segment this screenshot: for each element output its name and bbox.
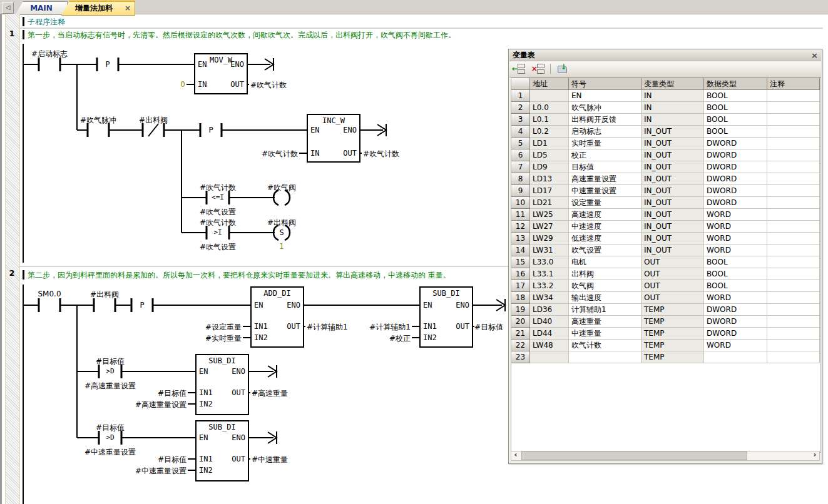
- instruction-box-sub2[interactable]: SUB_DI EN ENO IN1 OUT IN2: [195, 354, 249, 415]
- vartable-cell[interactable]: TEMP: [641, 328, 704, 340]
- contact-operand[interactable]: #出料阀: [67, 290, 142, 300]
- vartable-cell[interactable]: OUT: [641, 292, 704, 304]
- scrollbar-thumb[interactable]: [521, 451, 747, 460]
- vartable-cell[interactable]: DWORD: [704, 138, 767, 149]
- vartable-cell[interactable]: IN_OUT: [641, 173, 704, 185]
- vartable-cell[interactable]: LW27: [530, 221, 569, 233]
- row-number-cell[interactable]: 23: [511, 351, 530, 363]
- vartable-cell[interactable]: IN_OUT: [641, 149, 704, 161]
- vartable-cell[interactable]: DWORD: [704, 316, 767, 328]
- compare-top-operand[interactable]: #目标值: [73, 423, 148, 433]
- delete-row-button[interactable]: ×: [531, 63, 545, 74]
- row-number-cell[interactable]: 13: [511, 233, 530, 244]
- vartable-cell[interactable]: WORD: [704, 340, 767, 351]
- row-number-cell[interactable]: 6: [511, 149, 530, 161]
- row-number-cell[interactable]: 12: [511, 221, 530, 233]
- vartable-cell[interactable]: BOOL: [704, 256, 767, 268]
- row-number-cell[interactable]: 9: [511, 185, 530, 197]
- input-operand[interactable]: #高速重量设置: [118, 400, 187, 410]
- vartable-cell[interactable]: [767, 280, 820, 292]
- coil-operand[interactable]: #吹气阀: [244, 183, 319, 193]
- positive-edge-contact[interactable]: P: [101, 60, 114, 69]
- vartable-column-header[interactable]: 符号: [569, 78, 641, 90]
- vartable-cell[interactable]: [767, 340, 820, 351]
- row-number-cell[interactable]: 17: [511, 280, 530, 292]
- vartable-cell[interactable]: TEMP: [641, 340, 704, 351]
- vartable-cell[interactable]: [767, 316, 820, 328]
- vartable-cell[interactable]: BOOL: [704, 102, 767, 114]
- vartable-cell[interactable]: 电机: [569, 256, 641, 268]
- vartable-cell[interactable]: DWORD: [704, 173, 767, 185]
- vartable-cell[interactable]: BOOL: [704, 280, 767, 292]
- vartable-cell[interactable]: 中速重量设置: [569, 185, 641, 197]
- vartable-cell[interactable]: 中速速度: [569, 221, 641, 233]
- compare-operator[interactable]: >D: [98, 367, 123, 375]
- vartable-cell[interactable]: LD21: [530, 197, 569, 209]
- close-icon[interactable]: ×: [811, 51, 818, 61]
- vartable-cell[interactable]: LD40: [530, 316, 569, 328]
- vartable-column-header[interactable]: 地址: [530, 78, 569, 90]
- vartable-cell[interactable]: IN: [641, 102, 704, 114]
- vartable-cell[interactable]: BOOL: [704, 268, 767, 280]
- vartable-cell[interactable]: OUT: [641, 268, 704, 280]
- vartable-cell[interactable]: DWORD: [704, 161, 767, 173]
- row-number-cell[interactable]: 3: [511, 114, 530, 126]
- vartable-cell[interactable]: BOOL: [704, 90, 767, 102]
- vartable-cell[interactable]: [767, 102, 820, 114]
- input-operand[interactable]: #目标值: [118, 455, 187, 465]
- vartable-cell[interactable]: WORD: [704, 244, 767, 256]
- row-number-cell[interactable]: 10: [511, 197, 530, 209]
- vartable-cell[interactable]: [767, 197, 820, 209]
- vartable-cell[interactable]: 出料阀开反馈: [569, 114, 641, 126]
- input-operand[interactable]: #目标值: [118, 388, 187, 399]
- coil-operand[interactable]: #出料阀: [244, 218, 319, 228]
- vartable-cell[interactable]: DWORD: [704, 185, 767, 197]
- row-number-cell[interactable]: 7: [511, 161, 530, 173]
- vartable-cell[interactable]: IN_OUT: [641, 209, 704, 221]
- vartable-cell[interactable]: [767, 304, 820, 316]
- set-coil-glyph[interactable]: S: [275, 228, 288, 237]
- apply-table-button[interactable]: ↓: [556, 63, 570, 74]
- vartable-cell[interactable]: LW31: [530, 244, 569, 256]
- vartable-cell[interactable]: [767, 161, 820, 173]
- instruction-box-inc[interactable]: INC_W EN ENO IN OUT: [307, 114, 360, 163]
- vartable-cell[interactable]: [767, 244, 820, 256]
- vartable-cell[interactable]: LD44: [530, 328, 569, 340]
- row-number-cell[interactable]: 20: [511, 316, 530, 328]
- vartable-cell[interactable]: L0.1: [530, 114, 569, 126]
- vartable-cell[interactable]: [767, 328, 820, 340]
- output-operand[interactable]: #吹气计数: [363, 149, 444, 159]
- vartable-cell[interactable]: LD9: [530, 161, 569, 173]
- vartable-cell[interactable]: 校正: [569, 149, 641, 161]
- vartable-cell[interactable]: LD5: [530, 149, 569, 161]
- vartable-cell[interactable]: LD36: [530, 304, 569, 316]
- vartable-cell[interactable]: [530, 90, 569, 102]
- output-operand[interactable]: #高速重量: [252, 388, 333, 399]
- row-number-cell[interactable]: 14: [511, 244, 530, 256]
- row-number-cell[interactable]: 16: [511, 268, 530, 280]
- vartable-cell[interactable]: 吹气阀: [569, 280, 641, 292]
- instruction-box-mov[interactable]: MOV_W EN ENO IN OUT: [194, 53, 248, 94]
- vartable-cell[interactable]: [767, 292, 820, 304]
- vartable-cell[interactable]: [704, 351, 767, 363]
- vartable-column-header[interactable]: 注释: [767, 78, 820, 90]
- vartable-cell[interactable]: L33.2: [530, 280, 569, 292]
- vartable-cell[interactable]: 高速重量设置: [569, 173, 641, 185]
- vartable-cell[interactable]: 目标值: [569, 161, 641, 173]
- vartable-cell[interactable]: LW34: [530, 292, 569, 304]
- vartable-cell[interactable]: 输出速度: [569, 292, 641, 304]
- input-operand[interactable]: #计算辅助1: [342, 322, 411, 333]
- vartable-cell[interactable]: 低速速度: [569, 233, 641, 244]
- vartable-cell[interactable]: 高速重量: [569, 316, 641, 328]
- vartable-cell[interactable]: [569, 351, 641, 363]
- insert-row-button[interactable]: ←: [512, 63, 526, 74]
- contact-operand[interactable]: #启动标志: [12, 49, 87, 59]
- row-number-cell[interactable]: 15: [511, 256, 530, 268]
- vartable-cell[interactable]: IN_OUT: [641, 138, 704, 149]
- input-operand[interactable]: #校正: [342, 333, 411, 344]
- vartable-cell[interactable]: IN_OUT: [641, 126, 704, 138]
- vartable-cell[interactable]: DWORD: [704, 197, 767, 209]
- vartable-cell[interactable]: [767, 126, 820, 138]
- row-number-cell[interactable]: 1: [511, 90, 530, 102]
- vartable-cell[interactable]: [767, 351, 820, 363]
